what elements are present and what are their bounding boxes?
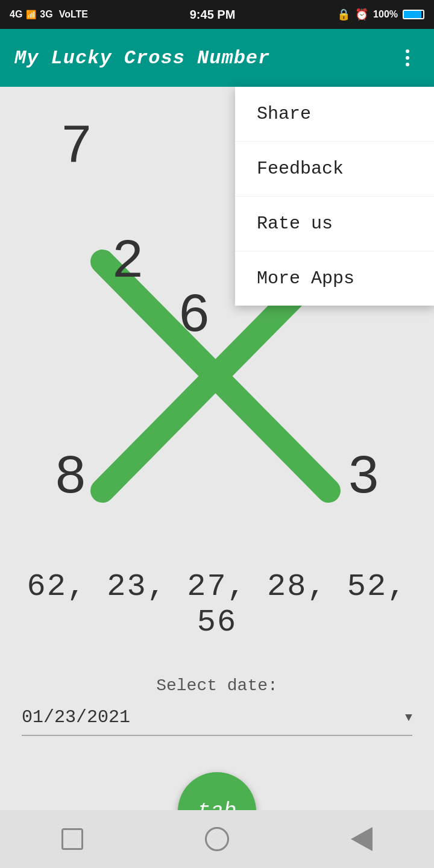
number-8: 8: [54, 447, 87, 509]
lock-icon: 🔒: [337, 8, 350, 21]
status-bar: 4G 📶 3G VoLTE 9:45 PM 🔒 ⏰ 100%: [0, 0, 434, 29]
time-display: 9:45 PM: [190, 8, 236, 22]
more-options-button[interactable]: [395, 46, 420, 70]
battery-pct: 100%: [373, 9, 398, 20]
alarm-icon: ⏰: [355, 8, 368, 21]
toolbar: My Lucky Cross Number: [0, 29, 434, 87]
signal-bars: 📶: [26, 10, 36, 19]
back-icon: [351, 827, 373, 851]
volte-label: VoLTE: [59, 9, 88, 20]
dropdown-menu: Share Feedback Rate us More Apps: [235, 87, 434, 306]
signal-4g: 4G: [10, 9, 22, 20]
app-title: My Lucky Cross Number: [14, 47, 270, 69]
home-icon: [205, 827, 229, 851]
signal-3g: 3G: [40, 9, 52, 20]
select-date-label: Select date:: [22, 676, 412, 695]
dropdown-arrow-icon: ▼: [405, 711, 412, 725]
battery-indicator: [403, 10, 424, 19]
back-button[interactable]: [347, 825, 376, 854]
number-7: 7: [60, 117, 93, 178]
recents-button[interactable]: [58, 825, 87, 854]
nav-bar: [0, 810, 434, 868]
number-2: 2: [112, 231, 144, 293]
date-section: Select date: 01/23/2021 ▼: [0, 652, 434, 748]
main-content: 7 5 2 6 8 3 62, 23, 27, 28, 52, 56 Selec…: [0, 87, 434, 868]
recents-icon: [61, 828, 83, 850]
number-3: 3: [347, 447, 380, 509]
menu-item-feedback[interactable]: Feedback: [235, 142, 434, 197]
home-button[interactable]: [203, 825, 231, 854]
menu-item-more-apps[interactable]: More Apps: [235, 251, 434, 306]
number-6: 6: [178, 286, 210, 347]
date-value: 01/23/2021: [22, 707, 130, 728]
status-right: 🔒 ⏰ 100%: [337, 8, 424, 21]
status-left: 4G 📶 3G VoLTE: [10, 9, 88, 20]
lucky-numbers: 62, 23, 27, 28, 52, 56: [0, 557, 434, 652]
date-picker-row[interactable]: 01/23/2021 ▼: [22, 707, 412, 736]
menu-item-share[interactable]: Share: [235, 87, 434, 142]
menu-item-rate-us[interactable]: Rate us: [235, 197, 434, 251]
